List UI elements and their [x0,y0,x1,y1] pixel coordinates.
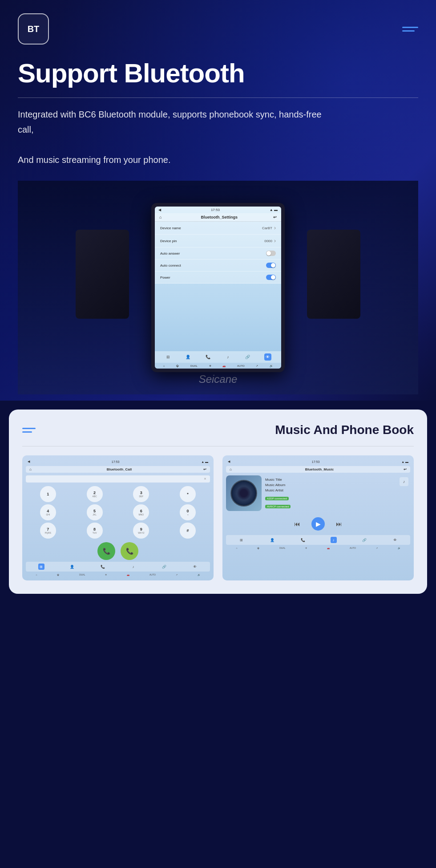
power-status[interactable]: ⏻ [176,365,179,367]
next-track-button[interactable]: ⏭ [334,519,344,529]
hamburger-menu-icon[interactable] [402,27,418,32]
call-button[interactable]: 📞 [97,542,115,560]
home-icon[interactable]: ⌂ [159,215,161,219]
snow-icon[interactable]: ❄ [209,364,211,367]
call-contacts-icon[interactable]: 👤 [69,564,75,570]
music-badges: A2DP connected AVRCP connected [265,493,410,509]
dial-hash[interactable]: # [180,523,196,539]
music-apps-icon[interactable]: ⊞ [238,537,245,543]
arrow-icon[interactable]: ↗ [256,364,258,367]
power-toggle[interactable] [266,275,276,280]
music-home-icon[interactable]: ⌂ [230,467,232,471]
call-home-status[interactable]: ⌂ [36,573,37,576]
dial-star[interactable]: * [180,486,196,502]
return-icon[interactable]: ↩ [273,215,277,219]
call-car-icon: 🚗 [127,573,129,576]
play-button[interactable]: ▶ [311,517,325,531]
dial-4[interactable]: 4GHI [40,504,56,520]
call-back-nav-icon[interactable]: ↩ [203,467,206,471]
home-status[interactable]: ⌂ [163,365,165,367]
music-back-icon[interactable]: ◀ [228,460,230,463]
bottom-section: Music And Phone Book ◀ 17:53 ▲ ▬ ⌂ Bluet… [9,410,427,594]
bottom-divider [22,446,414,446]
dial-7[interactable]: 7PQRS [40,523,56,539]
call-screen-title: Bluetooth_Call [35,467,203,471]
auto-label: AUTO [237,365,245,367]
dial-5[interactable]: 5JKL [87,504,103,520]
settings-item-device-pin[interactable]: Device pin 0000 [155,235,281,247]
settings-item-power[interactable]: Power [155,272,281,284]
call-eye-icon[interactable]: 👁 [192,564,198,570]
call-back-icon[interactable]: ◀ [28,460,30,463]
music-back-nav-icon[interactable]: ↩ [404,467,407,471]
call-link-icon[interactable]: 🔗 [161,564,167,570]
music-link-icon[interactable]: 🔗 [361,537,367,543]
call-phone-icon[interactable]: 📞 [100,564,106,570]
prev-track-button[interactable]: ⏮ [292,519,303,529]
call-power-status[interactable]: ⏻ [57,573,59,576]
music-title: Music Title [265,477,410,483]
call-music-icon[interactable]: ♪ [130,564,137,570]
dial-2[interactable]: 2ABC [87,486,103,502]
dial-1[interactable]: 1 [40,486,56,502]
music-home-status[interactable]: ⌂ [236,547,237,549]
call-screen-card: ◀ 17:53 ▲ ▬ ⌂ Bluetooth_Call ↩ ✕ 1 2ABC … [22,455,214,580]
settings-item-auto-answer[interactable]: Auto answer [155,247,281,260]
screens-row: ◀ 17:53 ▲ ▬ ⌂ Bluetooth_Call ↩ ✕ 1 2ABC … [22,455,414,580]
dial-0[interactable]: 0+ [180,504,196,520]
seicane-brand: Seicane [199,373,238,385]
search-clear-icon[interactable]: ✕ [204,477,206,481]
auto-connect-label: Auto connect [160,264,181,268]
subtitle: Integrated with BC6 Bluetooth module, su… [18,107,329,167]
auto-connect-toggle[interactable] [266,263,276,268]
call-actions: 📞 📞 [26,542,210,560]
apps-icon[interactable]: ⊞ [165,353,172,361]
volume-icon[interactable]: 🔊 [270,364,273,367]
settings-item-auto-connect[interactable]: Auto connect [155,260,281,272]
music-snow-icon: ❄ [305,547,307,549]
call-home-icon[interactable]: ⌂ [29,467,32,471]
auto-answer-toggle[interactable] [266,251,276,256]
dial-3[interactable]: 3DEF [133,486,149,502]
screen-status-row: ⌂ ⏻ DUAL ❄ 🚗 AUTO ↗ 🔊 [155,363,281,369]
music-album: Music Album [265,483,410,488]
bottom-menu-icon[interactable] [22,428,36,433]
dialpad: 1 2ABC 3DEF * 4GHI 5JKL 6MNO 0+ 7PQRS 8T… [26,486,210,539]
bt-logo: BT [18,13,49,45]
call-nav-bar: ⌂ Bluetooth_Call ↩ [26,466,210,473]
chevron-right-icon [274,225,276,231]
car-background: ◀ 17:53 ▲ ▬ ⌂ Bluetooth_Settings ↩ [18,181,418,394]
screen-bottom-bar: ⊞ 👤 📞 ♪ 🔗 👁 [155,351,281,363]
link-icon[interactable]: 🔗 [244,353,251,361]
device-pin-label: Device pin [160,239,177,243]
settings-item-device-name[interactable]: Device name CarBT [155,222,281,235]
music-vol-icon: 🔊 [398,547,400,549]
back-arrow[interactable]: ◀ [158,208,161,212]
call-signal-icons: ▲ ▬ [201,460,208,463]
music-eye-icon[interactable]: 👁 [392,537,398,543]
music-time: 17:53 [312,460,320,463]
dial-9[interactable]: 9WXYZ [133,523,149,539]
music-icon[interactable]: ♪ [224,353,231,361]
music-phone-icon[interactable]: 📞 [300,537,306,543]
car-vents-right [307,230,360,319]
music-car-icon: 🚗 [327,547,330,549]
eye-icon[interactable]: 👁 [264,353,271,361]
music-note-icon[interactable]: ♪ [331,537,337,543]
phone-icon[interactable]: 📞 [205,353,212,361]
screen-title: Bluetooth_Settings [165,215,273,219]
dial-6[interactable]: 6MNO [133,504,149,520]
music-contacts-icon[interactable]: 👤 [269,537,275,543]
call-search-bar[interactable]: ✕ [26,475,210,483]
music-controls: ⏮ ▶ ⏭ [226,515,410,533]
call-time: 17:53 [112,460,120,463]
header-section: BT Support Bluetooth Integrated with BC6… [0,0,436,401]
call-apps-icon[interactable]: ⊞ [38,564,44,570]
device-name-label: Device name [160,226,181,230]
car-icon[interactable]: 🚗 [222,364,226,367]
music-nav-bar: ⌂ Bluetooth_Music ↩ [226,466,410,473]
music-power-status[interactable]: ⏻ [257,547,259,549]
redial-button[interactable]: 📞 [121,542,138,560]
dial-8[interactable]: 8TUV [87,523,103,539]
contacts-icon[interactable]: 👤 [185,353,192,361]
